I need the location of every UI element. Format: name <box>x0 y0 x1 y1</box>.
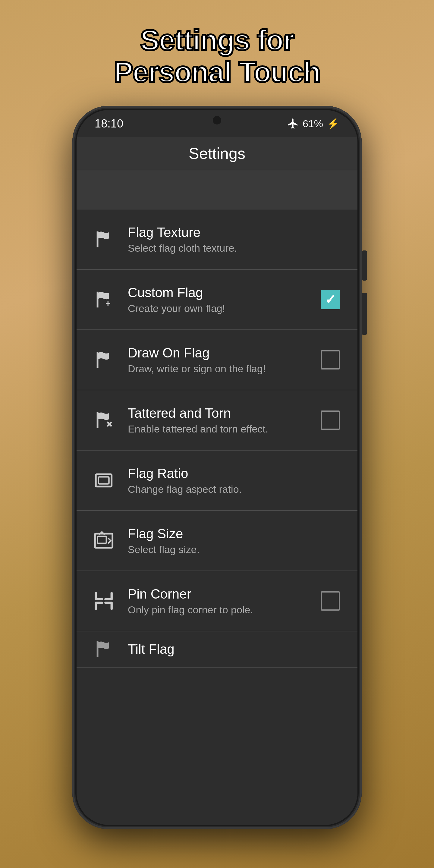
airplane-icon <box>287 118 299 130</box>
draw-flag-icon <box>92 348 116 372</box>
volume-down-button[interactable] <box>362 293 367 335</box>
pin-corner-title: Pin Corner <box>128 587 306 601</box>
pin-corner-subtitle: Only pin flag corner to pole. <box>128 604 306 616</box>
camera-notch <box>213 116 221 124</box>
draw-flag-control[interactable] <box>318 348 342 372</box>
section-spacer <box>76 170 358 210</box>
flag-texture-icon <box>92 227 116 251</box>
custom-flag-control[interactable] <box>318 287 342 312</box>
volume-up-button[interactable] <box>362 250 367 281</box>
flag-ratio-subtitle: Change flag aspect ratio. <box>128 484 342 495</box>
flag-ratio-title: Flag Ratio <box>128 466 342 481</box>
tattered-torn-control[interactable] <box>318 408 342 432</box>
settings-item-flag-texture[interactable]: Flag Texture Select flag cloth texture. <box>76 210 358 270</box>
custom-flag-subtitle: Create your own flag! <box>128 303 306 314</box>
custom-flag-title: Custom Flag <box>128 285 306 300</box>
pin-corner-icon <box>92 589 116 613</box>
draw-flag-subtitle: Draw, write or sign on the flag! <box>128 363 306 375</box>
custom-flag-icon: + <box>92 287 116 312</box>
svg-rect-6 <box>98 536 106 544</box>
svg-rect-4 <box>98 477 109 484</box>
settings-item-flag-ratio[interactable]: Flag Ratio Change flag aspect ratio. <box>76 451 358 511</box>
app-header-title: Settings <box>189 144 245 162</box>
tilt-flag-title: Tilt Flag <box>128 642 342 657</box>
draw-flag-checkbox[interactable] <box>321 350 340 370</box>
app-header: Settings <box>76 137 358 170</box>
pin-corner-control[interactable] <box>318 589 342 613</box>
flag-ratio-text: Flag Ratio Change flag aspect ratio. <box>128 466 342 495</box>
pin-corner-checkbox[interactable] <box>321 591 340 611</box>
tilt-flag-text: Tilt Flag <box>128 642 342 657</box>
svg-text:+: + <box>105 299 111 309</box>
settings-item-flag-size[interactable]: Flag Size Select flag size. <box>76 511 358 571</box>
flag-texture-text: Flag Texture Select flag cloth texture. <box>128 225 342 254</box>
draw-flag-text: Draw On Flag Draw, write or sign on the … <box>128 345 306 375</box>
status-icons: 61% ⚡ <box>287 118 339 130</box>
pin-corner-text: Pin Corner Only pin flag corner to pole. <box>128 587 306 616</box>
status-bar: 18:10 61% ⚡ <box>76 110 358 137</box>
flag-size-subtitle: Select flag size. <box>128 544 342 555</box>
custom-flag-text: Custom Flag Create your own flag! <box>128 285 306 314</box>
flag-ratio-icon <box>92 468 116 493</box>
status-time: 18:10 <box>95 117 123 130</box>
settings-item-tilt-flag[interactable]: Tilt Flag <box>76 631 358 668</box>
flag-size-title: Flag Size <box>128 526 342 541</box>
tattered-torn-title: Tattered and Torn <box>128 406 306 421</box>
flag-texture-subtitle: Select flag cloth texture. <box>128 242 342 254</box>
flag-texture-title: Flag Texture <box>128 225 342 240</box>
draw-flag-title: Draw On Flag <box>128 345 306 361</box>
battery-percent: 61% <box>303 118 323 130</box>
battery-icon: ⚡ <box>327 118 339 130</box>
settings-item-pin-corner[interactable]: Pin Corner Only pin flag corner to pole. <box>76 571 358 631</box>
settings-item-tattered-torn[interactable]: Tattered and Torn Enable tattered and to… <box>76 390 358 451</box>
page-title: Settings for Personal Touch <box>114 24 320 88</box>
flag-size-icon <box>92 529 116 553</box>
settings-item-draw-on-flag[interactable]: Draw On Flag Draw, write or sign on the … <box>76 330 358 390</box>
phone-device: 18:10 61% ⚡ Settings <box>72 106 362 829</box>
tilt-flag-icon <box>92 637 116 661</box>
settings-list: Flag Texture Select flag cloth texture. … <box>76 210 358 825</box>
tattered-torn-text: Tattered and Torn Enable tattered and to… <box>128 406 306 435</box>
phone-screen: 18:10 61% ⚡ Settings <box>76 110 358 825</box>
tattered-flag-icon <box>92 408 116 432</box>
settings-item-custom-flag[interactable]: + Custom Flag Create your own flag! <box>76 270 358 330</box>
custom-flag-checkbox[interactable] <box>321 290 340 309</box>
tattered-torn-checkbox[interactable] <box>321 410 340 430</box>
flag-size-text: Flag Size Select flag size. <box>128 526 342 555</box>
tattered-torn-subtitle: Enable tattered and torn effect. <box>128 423 306 435</box>
